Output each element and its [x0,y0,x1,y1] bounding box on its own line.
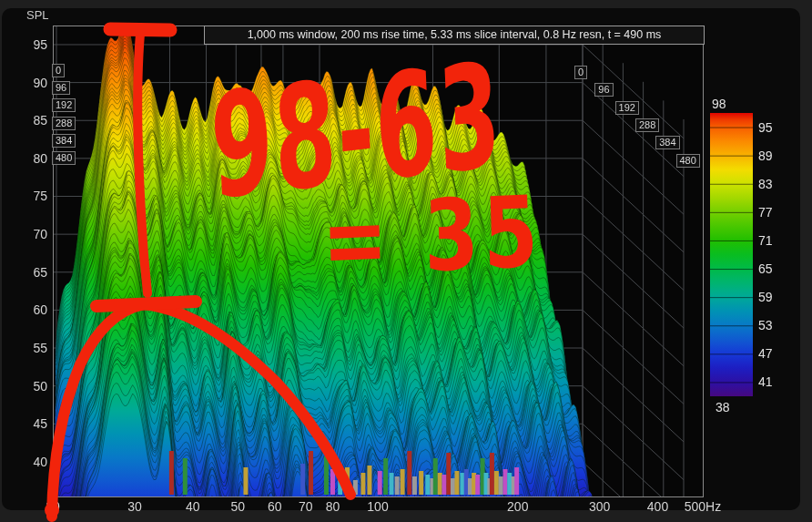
annotation-text-decay-result: = 35 [320,174,543,297]
